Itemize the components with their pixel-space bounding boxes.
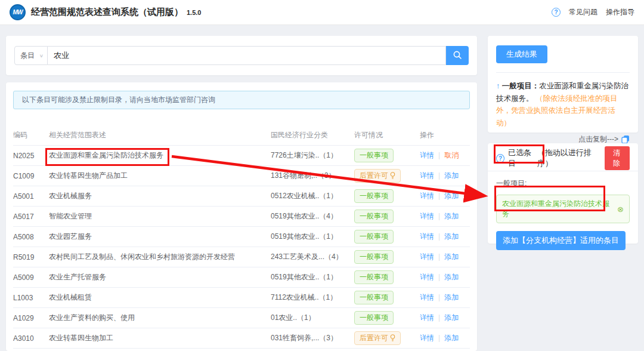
license-badge: 后置许可	[354, 331, 401, 345]
row-code: A5017	[13, 213, 49, 221]
row-desc: 农业转基因生物产品加工	[49, 171, 271, 181]
detail-link[interactable]: 详情	[420, 273, 434, 281]
row-code: L1003	[13, 294, 49, 302]
selected-entries-card: 已选条目 （拖动以进行排序） 清除 一般项目: 农业面源和重金属污染防治技术服务…	[488, 143, 638, 244]
row-desc: 智能农业管理	[49, 211, 271, 221]
row-code: A3010	[13, 334, 49, 343]
selected-header: 已选条目 （拖动以进行排序） 清除	[496, 149, 630, 167]
chevron-down-icon	[39, 53, 44, 59]
add-link[interactable]: 添加	[444, 171, 459, 180]
selected-tag[interactable]: 农业面源和重金属污染防治技术服务	[496, 195, 630, 223]
row-desc: 农村民间工艺及制品、休闲农业和乡村旅游资源的开发经营	[49, 252, 271, 262]
detail-link[interactable]: 详情	[420, 212, 434, 220]
row-industry: 031牲畜饲养,...（3）	[271, 333, 354, 343]
action-divider	[438, 171, 440, 180]
row-industry: 0519其他农业..（1）	[271, 272, 354, 282]
detail-link[interactable]: 详情	[420, 192, 434, 200]
detail-link[interactable]: 详情	[420, 334, 434, 342]
guide-link[interactable]: 操作指导	[606, 7, 634, 17]
add-link[interactable]: 添加	[444, 232, 459, 241]
app-version: 1.5.0	[187, 9, 201, 16]
tag-close-icon[interactable]	[617, 205, 624, 213]
top-header: 经营范围规范表述查询系统（试用版） 1.5.0 常见问题 操作指导	[0, 0, 644, 25]
detail-link[interactable]: 详情	[420, 171, 434, 180]
action-divider	[438, 232, 440, 241]
table-row: A3010 农业转基因生物加工 031牲畜饲养,...（3） 后置许可 详情添加	[13, 328, 470, 349]
table-header-row: 编码 相关经营范围表述 国民经济行业分类 许可情况 操作	[13, 125, 470, 146]
add-link[interactable]: 添加	[444, 192, 459, 200]
add-link[interactable]: 添加	[444, 313, 459, 322]
results-table: 编码 相关经营范围表述 国民经济行业分类 许可情况 操作 N2025 农业面源和…	[13, 125, 470, 349]
table-row: A5009 农业生产托管服务 0519其他农业..（1） 一般事项 详情添加	[13, 267, 470, 288]
col-header-license: 许可情况	[354, 130, 420, 140]
action-divider	[438, 313, 440, 322]
table-row: C1009 农业转基因生物产品加工 131谷物磨制,..（3） 后置许可 详情添…	[13, 166, 470, 186]
action-divider	[438, 212, 440, 220]
detail-link[interactable]: 详情	[420, 313, 434, 322]
row-industry: 131谷物磨制,..（3）	[271, 171, 354, 181]
table-row: A5001 农业机械服务 0512农业机械..（1） 一般事项 详情添加	[13, 186, 470, 207]
selected-title: 已选条目	[508, 147, 537, 169]
copy-hint: 点击复制--->	[578, 134, 618, 144]
results-card: 以下条目可能涉及禁止限制目录，请向当地市场监管部门咨询 编码 相关经营范围表述 …	[6, 82, 477, 351]
search-card: 条目	[6, 36, 477, 75]
row-code: N2025	[13, 152, 49, 160]
license-badge: 一般事项	[354, 230, 394, 244]
help-circle-icon	[552, 8, 561, 17]
col-header-code: 编码	[13, 130, 49, 140]
copy-icon[interactable]	[621, 135, 630, 144]
add-link[interactable]: 添加	[444, 212, 459, 220]
page: 经营范围规范表述查询系统（试用版） 1.5.0 常见问题 操作指导 条目 以下条…	[0, 0, 644, 351]
generate-result-button[interactable]: 生成结果	[496, 45, 547, 63]
col-header-action: 操作	[420, 130, 470, 140]
faq-link[interactable]: 常见问题	[569, 7, 597, 17]
table-row: A5008 农业园艺服务 0519其他农业..（1） 一般事项 详情添加	[13, 227, 470, 247]
question-circle-icon	[496, 154, 504, 163]
row-code: A5001	[13, 192, 49, 201]
table-row: A5017 智能农业管理 0519其他农业..（4） 一般事项 详情添加	[13, 207, 470, 227]
row-industry: 0512农业机械..（1）	[271, 191, 354, 201]
clear-button[interactable]: 清除	[605, 146, 630, 170]
action-divider	[438, 253, 440, 261]
row-industry: 01农业..（1）	[271, 313, 354, 323]
action-divider	[438, 151, 440, 159]
row-desc: 农业机械服务	[49, 191, 271, 201]
action-divider	[438, 192, 440, 200]
detail-link[interactable]: 详情	[420, 253, 434, 261]
group-label: 一般项目:	[496, 178, 630, 189]
detail-link[interactable]: 详情	[420, 232, 434, 241]
bulb-icon	[390, 334, 395, 341]
copy-row[interactable]: 点击复制--->	[496, 134, 630, 144]
license-badge: 一般事项	[354, 270, 394, 284]
row-code: A5008	[13, 233, 49, 241]
add-link[interactable]: 添加	[444, 293, 459, 301]
search-input[interactable]	[48, 46, 446, 65]
add-link[interactable]: 添加	[444, 273, 459, 281]
search-group: 条目	[14, 46, 469, 65]
row-desc: 农业转基因生物加工	[49, 333, 271, 343]
divider	[488, 171, 638, 171]
app-logo-icon	[10, 4, 26, 20]
detail-link[interactable]: 详情	[420, 293, 434, 301]
search-button[interactable]	[446, 46, 469, 65]
add-link[interactable]: 添加	[444, 253, 459, 261]
license-badge: 一般事项	[354, 189, 394, 203]
license-badge: 一般事项	[354, 210, 394, 223]
row-code: R5019	[13, 253, 49, 261]
table-row: L1003 农业机械租赁 7112农业机械..（1） 一般事项 详情添加	[13, 288, 470, 308]
category-select[interactable]: 条目	[14, 46, 48, 65]
cancel-link[interactable]: 取消	[444, 151, 459, 159]
add-branch-entries-button[interactable]: 添加【分支机构经营】适用的条目	[496, 231, 626, 250]
action-divider	[438, 334, 440, 342]
selected-subtitle: （拖动以进行排序）	[537, 147, 602, 169]
row-industry: 243工艺美术及...（4）	[271, 252, 354, 262]
add-link[interactable]: 添加	[444, 334, 459, 342]
bulb-icon	[390, 172, 395, 179]
row-code: A1029	[13, 314, 49, 322]
row-code: C1009	[13, 172, 49, 180]
detail-link[interactable]: 详情	[420, 151, 434, 159]
row-desc: 农业生产托管服务	[49, 272, 271, 282]
row-industry: 7112农业机械..（1）	[271, 292, 354, 303]
divider	[496, 72, 630, 73]
table-row: A1029 农业生产资料的购买、使用 01农业..（1） 一般事项 详情添加	[13, 308, 470, 328]
